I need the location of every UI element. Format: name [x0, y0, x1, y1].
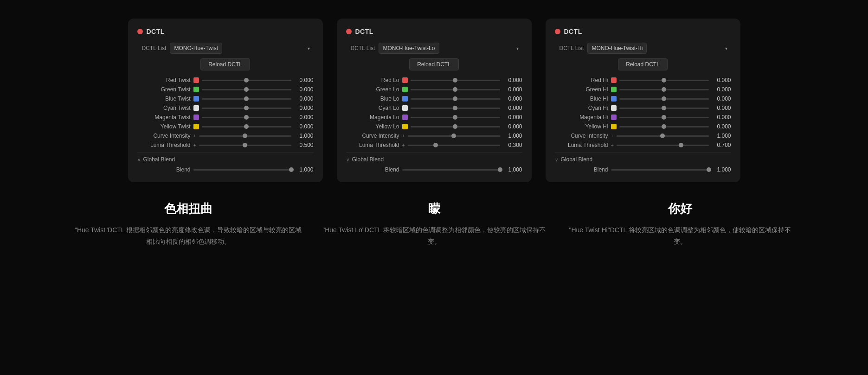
panel-title: DCTL [147, 28, 165, 35]
param-value: 0.000 [712, 123, 731, 130]
param-value: 0.000 [503, 123, 522, 130]
param-row: Curve Intensity+1.000 [555, 133, 731, 139]
description-text: "Hue Twist"DCTL 根据相邻颜色的亮度修改色调，导致较暗的区域与较亮… [72, 224, 304, 248]
slider-thumb[interactable] [662, 78, 666, 83]
slider-thumb[interactable] [662, 87, 666, 92]
slider-track[interactable] [202, 80, 291, 81]
slider-track[interactable] [408, 135, 500, 137]
slider-track[interactable] [199, 135, 291, 137]
reload-button[interactable]: Reload DCTL [409, 58, 459, 70]
slider-thumb[interactable] [679, 143, 683, 147]
param-row: Luma Threshold+0.300 [346, 142, 522, 148]
slider-track[interactable] [408, 145, 500, 146]
color-swatch [611, 77, 617, 83]
global-blend-header[interactable]: ∨ Global Blend [137, 156, 314, 163]
slider-track[interactable] [202, 98, 291, 100]
slider-thumb[interactable] [662, 106, 666, 110]
slider-thumb[interactable] [662, 96, 666, 101]
slider-track[interactable] [411, 126, 500, 127]
slider-track[interactable] [617, 145, 709, 146]
slider-thumb[interactable] [244, 124, 249, 129]
dctl-list-row: DCTL List MONO-Hue-Twist-Lo [346, 43, 522, 54]
chevron-icon: ∨ [137, 157, 141, 162]
plus-icon: + [402, 133, 405, 139]
slider-track[interactable] [619, 89, 709, 90]
slider-thumb[interactable] [433, 143, 438, 147]
slider-track[interactable] [202, 117, 291, 118]
slider-track[interactable] [411, 108, 500, 109]
slider-thumb[interactable] [244, 106, 249, 110]
color-swatch [611, 114, 617, 120]
color-swatch [402, 77, 408, 83]
slider-track[interactable] [619, 98, 709, 100]
param-row: Blue Hi0.000 [555, 95, 731, 102]
slider-track[interactable] [199, 145, 291, 146]
slider-thumb[interactable] [451, 133, 456, 138]
slider-track[interactable] [411, 117, 500, 118]
slider-thumb[interactable] [453, 78, 457, 83]
blend-slider-thumb[interactable] [707, 167, 711, 172]
dctl-list-select[interactable]: MONO-Hue-Twist-Lo [379, 43, 439, 54]
dctl-list-select[interactable]: MONO-Hue-Twist [170, 43, 222, 54]
param-value: 0.000 [712, 77, 731, 83]
slider-thumb[interactable] [243, 143, 247, 147]
slider-thumb[interactable] [244, 78, 249, 83]
slider-thumb[interactable] [244, 115, 249, 120]
slider-track[interactable] [411, 80, 500, 81]
reload-button[interactable]: Reload DCTL [618, 58, 668, 70]
slider-track[interactable] [619, 126, 709, 127]
color-swatch [402, 124, 408, 129]
plus-icon: + [611, 142, 614, 148]
slider-track[interactable] [411, 89, 500, 90]
slider-track[interactable] [411, 98, 500, 100]
param-value: 0.000 [712, 95, 731, 102]
slider-thumb[interactable] [453, 124, 457, 129]
slider-track[interactable] [202, 108, 291, 109]
slider-track[interactable] [619, 80, 709, 81]
dctl-list-row: DCTL List MONO-Hue-Twist [137, 43, 314, 54]
param-value: 0.000 [294, 123, 314, 130]
panel-title: DCTL [355, 28, 373, 35]
param-row: Magenta Lo0.000 [346, 114, 522, 121]
slider-thumb[interactable] [453, 87, 457, 92]
description-title: 你好 [564, 201, 796, 217]
color-swatch [611, 105, 617, 111]
param-label: Luma Threshold [346, 142, 399, 148]
slider-thumb[interactable] [662, 124, 666, 129]
param-label: Green Twist [137, 86, 191, 93]
blend-slider-track[interactable] [402, 169, 500, 171]
param-value: 0.000 [503, 77, 522, 83]
slider-track[interactable] [619, 108, 709, 109]
dctl-select-wrapper: MONO-Hue-Twist-Lo [379, 43, 522, 54]
slider-thumb[interactable] [453, 106, 457, 110]
slider-track[interactable] [202, 89, 291, 90]
param-row: Yellow Lo0.000 [346, 123, 522, 130]
param-row: Cyan Twist0.000 [137, 105, 314, 111]
description-item-3: 你好"Hue Twist Hi"DCTL 将较亮区域的色调调整为相邻颜色，使较暗… [564, 201, 796, 248]
blend-slider-track[interactable] [611, 169, 709, 171]
blend-slider-thumb[interactable] [498, 167, 502, 172]
param-label: Yellow Twist [137, 123, 191, 130]
param-row: Red Twist0.000 [137, 77, 314, 83]
reload-btn-row: Reload DCTL [346, 58, 522, 70]
description-title: 色相扭曲 [72, 201, 304, 217]
panel-1: DCTL DCTL List MONO-Hue-Twist Reload DCT… [128, 19, 323, 182]
slider-track[interactable] [202, 126, 291, 127]
slider-thumb[interactable] [660, 133, 665, 138]
slider-thumb[interactable] [453, 115, 457, 120]
slider-thumb[interactable] [662, 115, 666, 120]
slider-track[interactable] [619, 117, 709, 118]
slider-thumb[interactable] [244, 96, 249, 101]
slider-thumb[interactable] [244, 87, 249, 92]
dctl-list-select[interactable]: MONO-Hue-Twist-Hi [587, 43, 647, 54]
blend-slider-thumb[interactable] [289, 167, 294, 172]
slider-thumb[interactable] [243, 133, 247, 138]
slider-thumb[interactable] [453, 96, 457, 101]
slider-track[interactable] [617, 135, 709, 137]
blend-slider-track[interactable] [193, 169, 291, 171]
plus-icon: + [402, 142, 405, 148]
global-blend-header[interactable]: ∨ Global Blend [346, 156, 522, 163]
panel-dot [555, 29, 560, 34]
global-blend-header[interactable]: ∨ Global Blend [555, 156, 731, 163]
reload-button[interactable]: Reload DCTL [200, 58, 250, 70]
